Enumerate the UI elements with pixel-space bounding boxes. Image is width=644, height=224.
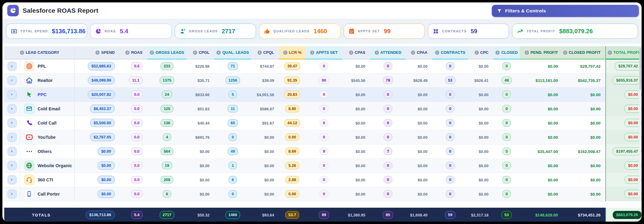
scrollbar-thumb[interactable]: [639, 47, 641, 90]
table-row-cold-call: Cold Call$5,500.000.0136$40.4460$91.6744…: [4, 116, 642, 130]
kpi-card-roas: ROAS5.4: [90, 24, 171, 39]
info-icon[interactable]: i: [435, 50, 439, 55]
info-icon[interactable]: i: [216, 50, 221, 55]
expand-row-button[interactable]: [8, 90, 17, 99]
kpi-card-qualified-leads: QUALIFIED LEADS1460: [259, 24, 340, 39]
info-icon[interactable]: i: [475, 50, 479, 55]
appts_set-pill: 9: [320, 148, 328, 155]
qual_leads-pill: 1: [229, 162, 237, 170]
totals-total_profit-pill: $883,079.26: [613, 211, 642, 219]
expand-row-button[interactable]: [8, 175, 17, 184]
info-icon[interactable]: i: [150, 50, 154, 55]
column-header-pend_profit: iPEND. PROFIT: [520, 46, 563, 59]
table-row-cold-email: Cold Email$6,453.370.0125$51.6311$586.67…: [4, 102, 642, 116]
expand-row-button[interactable]: [8, 104, 17, 113]
info-icon[interactable]: i: [20, 50, 24, 55]
cpas-value: $0.00: [355, 64, 365, 69]
totals-cpgl-value: $50.32: [197, 213, 210, 217]
info-icon[interactable]: i: [283, 50, 287, 55]
pend_profit-value: $113,181.00: [536, 78, 558, 83]
info-icon[interactable]: i: [375, 50, 379, 55]
attended-pill: 0: [384, 176, 392, 184]
total_profit-pill: $197,455.47: [613, 147, 642, 156]
totals-roas-pill: 5.4: [131, 211, 143, 219]
vertical-scrollbar[interactable]: [639, 47, 641, 198]
column-header-label: TOTAL PROFIT: [614, 50, 642, 55]
expand-row-button[interactable]: [8, 190, 17, 199]
kpi-value: $136,713.86: [52, 28, 85, 35]
info-icon[interactable]: i: [495, 50, 500, 55]
cpgl-value: $0.00: [200, 178, 210, 182]
kpi-card-total-spend: TOTAL SPEND$136,713.86: [6, 24, 87, 39]
lead-category-label: Website Organic: [38, 163, 72, 168]
kpi-value: 59: [471, 28, 477, 35]
pend_profit-value: $0.00: [548, 135, 558, 140]
info-icon[interactable]: i: [310, 50, 314, 55]
kpi-card-contracts: CONTRACTS59: [428, 24, 509, 39]
filters-controls-label: Filters & Controls: [505, 8, 546, 14]
attended-pill: 0: [384, 133, 392, 141]
closed-pill: 0: [502, 105, 511, 113]
pie-chart-icon: [95, 28, 101, 34]
kpi-card-total-profit: TOTAL PROFIT$883,079.26: [512, 24, 638, 39]
roas-pill: 0.0: [131, 148, 143, 155]
cpas-value: $0.00: [355, 149, 365, 154]
table-row-ppl: PPL$52,885.630.6233$226.9871$744.8730.47…: [4, 59, 642, 73]
contracts-pill: 0: [446, 133, 454, 141]
column-header-label: ROAS: [131, 50, 143, 55]
cpas-value: $0.00: [355, 93, 365, 97]
table-row-others: Others$0.000.0564$0.0049$0.008.699$0.007…: [4, 144, 642, 158]
column-header-closed_profit: iCLOSED PROFIT: [563, 46, 606, 59]
gross_leads-pill: 564: [161, 148, 173, 155]
column-header-spend: iSPEND: [74, 46, 120, 59]
expand-row-button[interactable]: [8, 133, 17, 142]
expand-row-button[interactable]: [8, 62, 17, 71]
roas-pill: 0.0: [131, 133, 143, 141]
column-header-qual_leads: iQUAL. LEADS: [214, 46, 251, 59]
expand-row-button[interactable]: [8, 118, 17, 128]
cpgl-value: $0.00: [200, 164, 210, 168]
info-icon[interactable]: i: [193, 50, 197, 55]
attended-pill: 0: [384, 105, 392, 113]
table-row-realtor: Realtor$49,099.9911.11375$35.711256$39.0…: [4, 73, 642, 87]
info-icon[interactable]: i: [349, 50, 353, 55]
info-icon[interactable]: i: [525, 50, 529, 55]
cpc-value: $0.00: [479, 135, 489, 140]
column-header-cpas: iCPAS: [342, 46, 370, 59]
cpas-value: $0.00: [355, 135, 365, 140]
gross_leads-pill: 136: [161, 119, 173, 127]
spend-pill: $0.00: [98, 190, 115, 198]
column-header-label: CLOSED PROFIT: [569, 50, 601, 55]
column-header-label: ATTENDED: [380, 50, 402, 55]
cpgl-value: $226.98: [195, 64, 210, 69]
envelope-icon: [24, 104, 34, 114]
topbar: Salesforce ROAS Report Filters & Control…: [2, 2, 642, 19]
table-totals: TOTALS$136,713.865.42717$50.321460$93.64…: [4, 208, 642, 222]
column-header-label: CPGL: [199, 50, 210, 55]
info-icon[interactable]: i: [411, 50, 415, 55]
spend-pill: $2,767.05: [90, 133, 115, 141]
report-table-container: iLEAD CATEGORYiSPENDiROASiGROSS LEADSiCP…: [2, 44, 642, 222]
cpgl-value: $40.44: [197, 121, 210, 125]
info-icon[interactable]: i: [95, 50, 100, 55]
expand-row-button[interactable]: [8, 147, 17, 156]
expand-row-button[interactable]: [8, 76, 17, 85]
filters-controls-button[interactable]: Filters & Controls: [492, 5, 639, 17]
info-icon[interactable]: i: [563, 50, 567, 55]
closed_profit-value: $0.00: [590, 164, 601, 168]
info-icon[interactable]: i: [608, 50, 612, 55]
closed-pill: 0: [502, 62, 511, 70]
table-header: iLEAD CATEGORYiSPENDiROASiGROSS LEADSiCP…: [4, 46, 642, 59]
cpql-value: $39.09: [262, 78, 274, 83]
info-icon[interactable]: i: [125, 50, 130, 55]
app-window: Salesforce ROAS Report Filters & Control…: [2, 2, 642, 222]
gross_leads-pill: 233: [161, 62, 173, 70]
attended-pill: 0: [384, 162, 392, 170]
expand-row-button[interactable]: [8, 161, 17, 170]
totals-pend_profit-value: $148,628.00: [535, 213, 558, 217]
info-icon[interactable]: i: [258, 50, 262, 55]
totals-label: TOTALS: [32, 213, 51, 217]
attended-pill: 0: [384, 91, 392, 99]
appts_set-pill: 90: [319, 76, 329, 84]
page-title: Salesforce ROAS Report: [23, 7, 98, 14]
